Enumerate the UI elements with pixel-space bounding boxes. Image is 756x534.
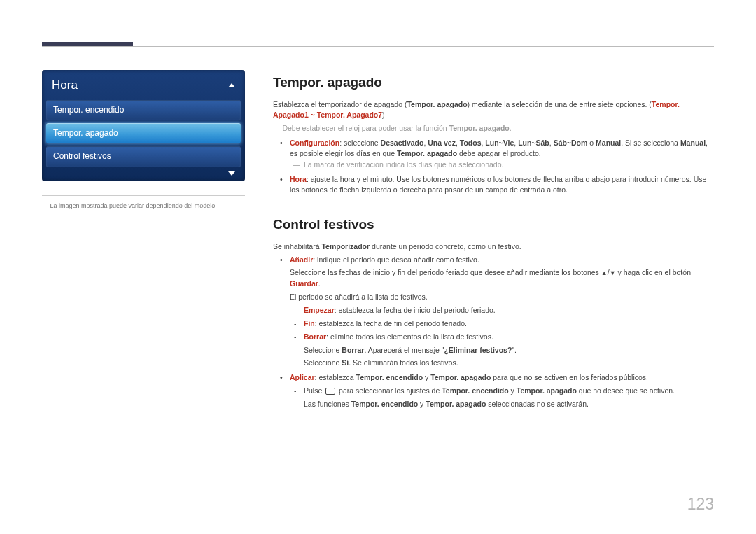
section-heading-apagado: Tempor. apagado [273,73,714,92]
term: Sáb~Dom [554,139,588,147]
term: Tempor. apagado [397,149,457,157]
text: y haga clic en el botón [616,268,691,276]
up-arrow-icon: ▲ [601,269,608,276]
term: Desactivado [381,139,424,147]
text: : indique el periodo que desea añadir co… [313,255,479,264]
image-disclaimer-note: La imagen mostrada puede variar dependie… [42,202,245,211]
osd-menu-item-apagado[interactable]: Tempor. apagado [46,123,241,143]
content-columns: Hora Tempor. encendido Tempor. apagado C… [42,42,714,414]
s2-aplicar-sublist: Pulse para seleccionar los ajustes de Te… [290,386,714,409]
text: : seleccione [340,139,380,147]
term: Tempor. apagado [426,400,486,408]
text: . Si se selecciona [621,139,680,147]
text: ) mediante la selección de una de entre … [468,100,652,108]
osd-menu-item-label: Control festivos [53,151,111,161]
sub-borrar-line2: Seleccione Borrar. Aparecerá el mensaje … [304,345,714,356]
term: Todos [460,139,482,147]
s1-note: Debe establecer el reloj para poder usar… [273,123,714,134]
text: Seleccione [304,358,342,367]
term: Sí [342,358,349,367]
text: : establezca la fecha de inicio del peri… [335,306,496,314]
term: Manual [596,139,621,147]
text: : establezca la fecha de fin del periodo… [315,319,467,328]
text: seleccionadas no se activarán. [486,400,589,408]
page-number: 123 [687,493,714,516]
term: Tempor. apagado [407,100,467,108]
term: Tempor. encendido [442,386,508,395]
osd-menu-header: Hora [46,74,241,100]
sub-funciones: Las funciones Tempor. encendido y Tempor… [304,399,714,409]
text: ~ [309,111,317,119]
term: Tempor. encendido [356,373,423,381]
term: Tempor. encendido [351,400,418,408]
s2-intro: Se inhabilitará Temporizador durante un … [273,241,714,252]
term-red: Borrar [304,332,326,341]
left-column: Hora Tempor. encendido Tempor. apagado C… [42,70,245,414]
term: Tempor. apagado [517,386,577,395]
scroll-up-icon[interactable] [228,83,235,87]
header-divider [42,46,714,47]
text: : establezca [315,373,356,381]
term: Borrar [342,346,364,354]
s1-bullet-hora: Hora: ajuste la hora y el minuto. Use lo… [290,174,714,195]
term-red: Empezar [304,306,335,314]
text: durante un periodo concreto, como un fes… [370,242,522,251]
osd-menu-item-encendido[interactable]: Tempor. encendido [46,100,241,120]
term-red: Configuración [290,139,340,147]
term: Lun~Sáb [518,139,550,147]
text: ) [382,111,385,119]
text: para seleccionar los ajustes de [337,386,442,395]
enter-button-icon [326,388,335,395]
text: para que no se activen en los feriados p… [491,373,648,381]
osd-menu-item-festivos[interactable]: Control festivos [46,146,241,167]
s2-anadir-line2: Seleccione las fechas de inicio y fin de… [290,267,714,288]
s1-bullet-config: Configuración: seleccione Desactivado, U… [290,138,714,170]
down-arrow-icon: ▼ [610,269,616,276]
text: : elimine todos los elementos de la list… [326,332,493,341]
term-red: Aplicar [290,373,315,381]
s1-bullets: Configuración: seleccione Desactivado, U… [273,138,714,195]
page-root: Hora Tempor. encendido Tempor. apagado C… [0,0,756,534]
text: y [423,373,430,381]
term-red: Guardar [290,279,318,288]
s2-bullet-anadir: Añadir: indique el periodo que desea aña… [290,255,714,368]
sub-empezar: Empezar: establezca la fecha de inicio d… [304,305,714,316]
right-column: Tempor. apagado Establezca el temporizad… [273,70,714,414]
text: Debe establecer el reloj para poder usar… [282,124,449,132]
term: ¿Eliminar festivos? [444,346,512,354]
sub-borrar: Borrar: elimine todos los elementos de l… [304,332,714,368]
term-red: Tempor. Apagado7 [317,111,382,119]
s1-sub-note: La marca de verificación indica los días… [290,160,714,170]
text: ". [512,346,517,354]
text: y [418,400,426,408]
s1-intro: Establezca el temporizador de apagado (T… [273,99,714,120]
term-red: Hora [290,175,307,183]
text: Establezca el temporizador de apagado ( [273,100,407,108]
text: . [510,124,512,132]
text: Se inhabilitará [273,242,321,251]
text: Seleccione [304,346,342,354]
osd-menu-title: Hora [52,77,78,94]
sub-pulse: Pulse para seleccionar los ajustes de Te… [304,386,714,396]
osd-menu-item-label: Tempor. encendido [53,105,124,115]
text: : ajuste la hora y el minuto. Use los bo… [290,175,706,194]
text: y [509,386,517,395]
osd-menu-item-label: Tempor. apagado [53,128,118,138]
sub-fin: Fin: establezca la fecha de fin del peri… [304,318,714,329]
osd-menu-footer [46,170,241,177]
term: Tempor. apagado [430,373,491,381]
term: Lun~Vie [485,139,514,147]
text: debe apagar el producto. [457,149,541,157]
sub-borrar-line3: Seleccione Sí. Se eliminarán todos los f… [304,358,714,368]
text: Pulse [304,386,324,395]
scroll-down-icon[interactable] [228,171,235,176]
term-red: Añadir [290,255,313,264]
s2-anadir-sublist: Empezar: establezca la fecha de inicio d… [290,305,714,368]
s2-bullets: Añadir: indique el periodo que desea aña… [273,255,714,410]
text: que no desee que se activen. [577,386,675,395]
term: Una vez [428,139,456,147]
text: La marca de verificación indica los días… [304,160,503,169]
text: o [587,139,596,147]
term: Manual [680,139,706,147]
s2-anadir-line3: El periodo se añadirá a la lista de fest… [290,292,714,302]
